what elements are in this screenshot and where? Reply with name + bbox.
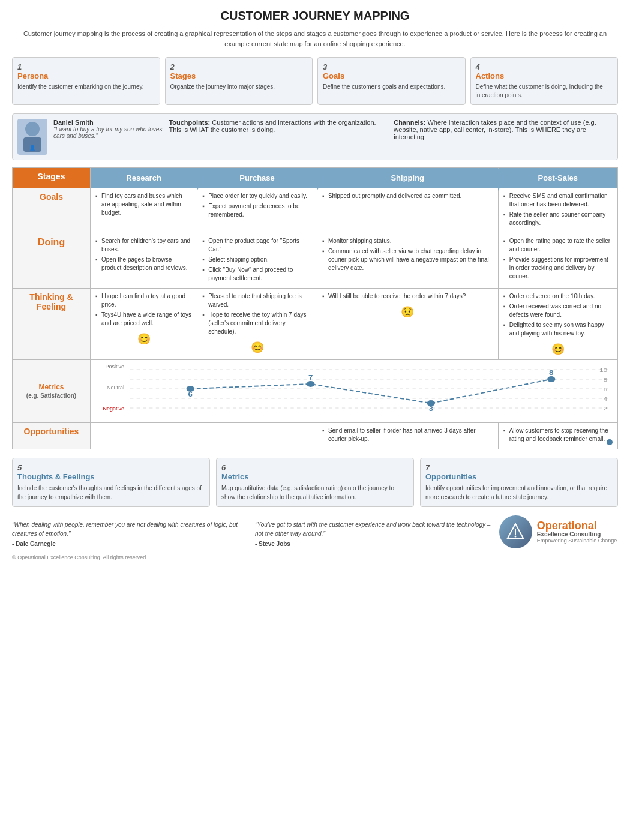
info-label-3: Goals (323, 71, 460, 80)
info-box-1: 1 Persona Identify the customer embarkin… (12, 57, 160, 105)
intro-text: Customer journey mapping is the process … (12, 29, 618, 49)
goals-shipping-item-1: Shipped out promptly and delivered as co… (322, 192, 493, 200)
opps-row-header: Opportunities (13, 423, 91, 449)
stage-purchase-cell: Purchase (197, 168, 317, 188)
svg-text:6: 6 (604, 386, 608, 392)
metrics-axis-labels: Positive Neutral Negative (97, 364, 127, 412)
channels-info: Channels: Where interaction takes place … (394, 119, 613, 155)
thinking-research-item-1: I hope I can find a toy at a good price. (95, 292, 192, 309)
thinking-row-header: Thinking & Feeling (13, 289, 91, 360)
copyright: © Operational Excellence Consulting. All… (12, 554, 618, 560)
doing-shipping-item-2: Communicated with seller via web chat re… (322, 247, 493, 272)
thinking-purchase: Pleased to note that shipping fee is wai… (197, 289, 317, 360)
quote-2: "You've got to start with the customer e… (255, 520, 492, 548)
stage-postsales-label: Post-Sales (538, 173, 578, 182)
info-desc-1: Identify the customer embarking on the j… (17, 83, 155, 91)
doing-purchase-item-2: Select shipping option. (202, 256, 312, 264)
thinking-postsales-item-1: Order delivered on the 10th day. (503, 292, 613, 301)
doing-postsales-item-1: Open the rating page to rate the seller … (503, 237, 613, 254)
doing-research-item-1: Search for children's toy cars and buses… (95, 237, 192, 254)
doing-postsales-list: Open the rating page to rate the seller … (503, 237, 613, 281)
thinking-research-list: I hope I can find a toy at a good price.… (95, 292, 192, 328)
quote-1-author: - Dale Carnegie (12, 539, 249, 548)
opps-postsales: Allow customers to stop receiving the ra… (498, 423, 617, 449)
doing-postsales: Open the rating page to rate the seller … (498, 233, 617, 289)
channels-label: Channels: (394, 119, 425, 126)
persona-name: Daniel Smith (53, 119, 163, 126)
persona-info: Daniel Smith "I want to buy a toy for my… (53, 119, 163, 155)
goals-postsales: Receive SMS and email confirmation that … (498, 188, 617, 233)
info-num-2: 2 (170, 62, 308, 71)
emoji-postsales: 😊 (503, 340, 613, 356)
svg-point-0 (25, 122, 40, 136)
neutral-label: Neutral (97, 385, 124, 391)
metrics-svg: 10 8 6 4 2 (130, 364, 611, 418)
info-num-3: 3 (323, 62, 460, 71)
thinking-postsales-list: Order delivered on the 10th day. Order r… (503, 292, 613, 338)
stage-purchase-label: Purchase (239, 173, 275, 182)
goals-row: Goals Find toy cars and buses which are … (13, 188, 618, 233)
info-box-3: 3 Goals Define the customer's goals and … (317, 57, 466, 105)
stage-research: Research (91, 168, 197, 188)
bottom-num-7: 7 (425, 463, 613, 472)
opps-research (91, 423, 197, 449)
opps-dot (607, 439, 613, 445)
bottom-box-opps: 7 Opportunities Identify opportunities f… (420, 458, 618, 507)
logo-sub2: Empowering Sustainable Change (537, 538, 617, 544)
opps-postsales-item-1: Allow customers to stop receiving the ra… (503, 427, 613, 443)
thinking-shipping-item-1: Will I still be able to receive the orde… (322, 292, 493, 301)
goals-postsales-item-2: Rate the seller and courier company acco… (503, 211, 613, 227)
bottom-desc-tf: Include the customer's thoughts and feel… (17, 484, 205, 502)
stage-shipping: Shipping (317, 168, 498, 188)
doing-research: Search for children's toy cars and buses… (91, 233, 197, 289)
logo-box: Operational Excellence Consulting Empowe… (498, 515, 618, 548)
logo-circle (499, 515, 532, 548)
goals-shipping: Shipped out promptly and delivered as co… (317, 188, 498, 233)
info-boxes: 1 Persona Identify the customer embarkin… (12, 57, 618, 105)
thinking-research-item-2: Toys4U have a wide range of toys and are… (95, 311, 192, 328)
svg-text:4: 4 (604, 396, 608, 402)
goals-purchase-item-1: Place order for toy quickly and easily. (202, 192, 312, 200)
logo-company: Operational (537, 520, 617, 531)
doing-row: Doing Search for children's toy cars and… (13, 233, 618, 289)
quote-2-text: "You've got to start with the customer e… (255, 520, 492, 538)
doing-shipping: Monitor shipping status. Communicated wi… (317, 233, 498, 289)
opportunities-row: Opportunities Send email to seller if or… (13, 423, 618, 449)
logo-text-block: Operational Excellence Consulting Empowe… (537, 520, 617, 544)
bottom-desc-metrics: Map quantitative data (e.g. satisfaction… (221, 484, 409, 502)
negative-label: Negative (97, 406, 124, 412)
stage-shipping-label: Shipping (391, 173, 424, 182)
goals-purchase: Place order for toy quickly and easily. … (197, 188, 317, 233)
stage-research-cell: Research (91, 168, 197, 188)
opps-shipping: Send email to seller if order has not ar… (317, 423, 498, 449)
stage-postsales-cell: Post-Sales (498, 168, 617, 188)
svg-point-16 (547, 376, 555, 382)
thinking-research: I hope I can find a toy at a good price.… (91, 289, 197, 360)
info-label-1: Persona (17, 71, 155, 80)
goals-postsales-item-1: Receive SMS and email confirmation that … (503, 192, 613, 209)
doing-research-item-2: Open the pages to browse product descrip… (95, 256, 192, 272)
bottom-box-tf: 5 Thoughts & Feelings Include the custom… (12, 458, 210, 507)
info-num-4: 4 (476, 62, 613, 71)
doing-purchase: Open the product page for "Sports Car." … (197, 233, 317, 289)
svg-text:10: 10 (599, 367, 607, 373)
quote-2-author: - Steve Jobs (255, 539, 492, 548)
logo-wrapper: Operational Excellence Consulting Empowe… (499, 515, 617, 548)
doing-shipping-list: Monitor shipping status. Communicated wi… (322, 237, 493, 272)
thinking-postsales-item-2: Order received was correct and no defect… (503, 302, 613, 319)
goals-research-list: Find toy cars and buses which are appeal… (95, 192, 192, 217)
goals-shipping-list: Shipped out promptly and delivered as co… (322, 192, 493, 200)
info-label-2: Stages (170, 71, 308, 80)
main-title: CUSTOMER JOURNEY MAPPING (12, 9, 618, 23)
opps-shipping-item-1: Send email to seller if order has not ar… (322, 427, 493, 443)
svg-text:7: 7 (308, 374, 313, 382)
info-box-4: 4 Actions Define what the customer is do… (470, 57, 619, 105)
svg-point-23 (514, 536, 516, 538)
svg-text:2: 2 (604, 406, 608, 412)
svg-text:👤: 👤 (29, 145, 35, 151)
metrics-row-header: Metrics(e.g. Satisfaction) (13, 360, 91, 423)
quote-1: "When dealing with people, remember you … (12, 520, 249, 548)
thinking-purchase-list: Pleased to note that shipping fee is wai… (202, 292, 312, 336)
bottom-section: 5 Thoughts & Feelings Include the custom… (12, 458, 618, 507)
doing-purchase-item-1: Open the product page for "Sports Car." (202, 237, 312, 254)
